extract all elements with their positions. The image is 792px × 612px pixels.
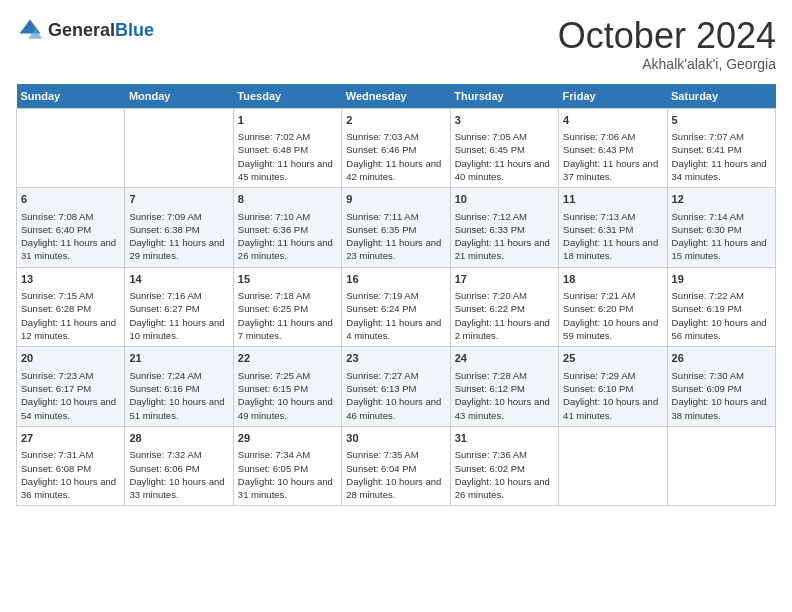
day-number: 17 [455, 272, 554, 287]
day-detail: Sunrise: 7:23 AM Sunset: 6:17 PM Dayligh… [21, 369, 120, 422]
day-number: 1 [238, 113, 337, 128]
day-number: 3 [455, 113, 554, 128]
calendar-cell: 27Sunrise: 7:31 AM Sunset: 6:08 PM Dayli… [17, 426, 125, 506]
day-number: 24 [455, 351, 554, 366]
calendar-cell: 17Sunrise: 7:20 AM Sunset: 6:22 PM Dayli… [450, 267, 558, 347]
day-detail: Sunrise: 7:05 AM Sunset: 6:45 PM Dayligh… [455, 130, 554, 183]
day-number: 7 [129, 192, 228, 207]
day-number: 21 [129, 351, 228, 366]
day-detail: Sunrise: 7:08 AM Sunset: 6:40 PM Dayligh… [21, 210, 120, 263]
calendar-cell: 14Sunrise: 7:16 AM Sunset: 6:27 PM Dayli… [125, 267, 233, 347]
calendar-cell: 10Sunrise: 7:12 AM Sunset: 6:33 PM Dayli… [450, 188, 558, 268]
calendar-cell: 18Sunrise: 7:21 AM Sunset: 6:20 PM Dayli… [559, 267, 667, 347]
column-header-sunday: Sunday [17, 84, 125, 109]
calendar-week-row: 6Sunrise: 7:08 AM Sunset: 6:40 PM Daylig… [17, 188, 776, 268]
day-number: 9 [346, 192, 445, 207]
day-number: 18 [563, 272, 662, 287]
day-number: 5 [672, 113, 771, 128]
day-number: 12 [672, 192, 771, 207]
calendar-cell: 13Sunrise: 7:15 AM Sunset: 6:28 PM Dayli… [17, 267, 125, 347]
calendar-cell: 26Sunrise: 7:30 AM Sunset: 6:09 PM Dayli… [667, 347, 775, 427]
calendar-cell: 24Sunrise: 7:28 AM Sunset: 6:12 PM Dayli… [450, 347, 558, 427]
column-header-tuesday: Tuesday [233, 84, 341, 109]
day-detail: Sunrise: 7:35 AM Sunset: 6:04 PM Dayligh… [346, 448, 445, 501]
calendar-cell: 19Sunrise: 7:22 AM Sunset: 6:19 PM Dayli… [667, 267, 775, 347]
day-detail: Sunrise: 7:24 AM Sunset: 6:16 PM Dayligh… [129, 369, 228, 422]
calendar-cell: 30Sunrise: 7:35 AM Sunset: 6:04 PM Dayli… [342, 426, 450, 506]
day-detail: Sunrise: 7:22 AM Sunset: 6:19 PM Dayligh… [672, 289, 771, 342]
calendar-cell: 8Sunrise: 7:10 AM Sunset: 6:36 PM Daylig… [233, 188, 341, 268]
column-header-monday: Monday [125, 84, 233, 109]
header-row: SundayMondayTuesdayWednesdayThursdayFrid… [17, 84, 776, 109]
day-detail: Sunrise: 7:32 AM Sunset: 6:06 PM Dayligh… [129, 448, 228, 501]
calendar-week-row: 27Sunrise: 7:31 AM Sunset: 6:08 PM Dayli… [17, 426, 776, 506]
day-detail: Sunrise: 7:21 AM Sunset: 6:20 PM Dayligh… [563, 289, 662, 342]
column-header-thursday: Thursday [450, 84, 558, 109]
day-detail: Sunrise: 7:34 AM Sunset: 6:05 PM Dayligh… [238, 448, 337, 501]
calendar-cell: 12Sunrise: 7:14 AM Sunset: 6:30 PM Dayli… [667, 188, 775, 268]
calendar-cell: 22Sunrise: 7:25 AM Sunset: 6:15 PM Dayli… [233, 347, 341, 427]
logo-text: GeneralBlue [48, 20, 154, 41]
calendar-cell: 25Sunrise: 7:29 AM Sunset: 6:10 PM Dayli… [559, 347, 667, 427]
day-detail: Sunrise: 7:31 AM Sunset: 6:08 PM Dayligh… [21, 448, 120, 501]
day-detail: Sunrise: 7:16 AM Sunset: 6:27 PM Dayligh… [129, 289, 228, 342]
day-detail: Sunrise: 7:19 AM Sunset: 6:24 PM Dayligh… [346, 289, 445, 342]
calendar-cell: 20Sunrise: 7:23 AM Sunset: 6:17 PM Dayli… [17, 347, 125, 427]
day-number: 29 [238, 431, 337, 446]
day-number: 22 [238, 351, 337, 366]
location: Akhalk'alak'i, Georgia [558, 56, 776, 72]
calendar-cell: 29Sunrise: 7:34 AM Sunset: 6:05 PM Dayli… [233, 426, 341, 506]
calendar-cell: 4Sunrise: 7:06 AM Sunset: 6:43 PM Daylig… [559, 108, 667, 188]
day-number: 19 [672, 272, 771, 287]
day-number: 30 [346, 431, 445, 446]
day-number: 14 [129, 272, 228, 287]
calendar-table: SundayMondayTuesdayWednesdayThursdayFrid… [16, 84, 776, 507]
day-number: 27 [21, 431, 120, 446]
calendar-cell: 2Sunrise: 7:03 AM Sunset: 6:46 PM Daylig… [342, 108, 450, 188]
calendar-cell [17, 108, 125, 188]
calendar-cell [559, 426, 667, 506]
day-number: 8 [238, 192, 337, 207]
day-detail: Sunrise: 7:07 AM Sunset: 6:41 PM Dayligh… [672, 130, 771, 183]
day-number: 20 [21, 351, 120, 366]
day-number: 31 [455, 431, 554, 446]
day-number: 6 [21, 192, 120, 207]
calendar-cell [667, 426, 775, 506]
day-number: 16 [346, 272, 445, 287]
calendar-cell: 23Sunrise: 7:27 AM Sunset: 6:13 PM Dayli… [342, 347, 450, 427]
calendar-cell: 5Sunrise: 7:07 AM Sunset: 6:41 PM Daylig… [667, 108, 775, 188]
calendar-week-row: 13Sunrise: 7:15 AM Sunset: 6:28 PM Dayli… [17, 267, 776, 347]
day-detail: Sunrise: 7:10 AM Sunset: 6:36 PM Dayligh… [238, 210, 337, 263]
day-number: 13 [21, 272, 120, 287]
calendar-cell: 15Sunrise: 7:18 AM Sunset: 6:25 PM Dayli… [233, 267, 341, 347]
day-detail: Sunrise: 7:20 AM Sunset: 6:22 PM Dayligh… [455, 289, 554, 342]
day-detail: Sunrise: 7:15 AM Sunset: 6:28 PM Dayligh… [21, 289, 120, 342]
day-number: 2 [346, 113, 445, 128]
day-number: 28 [129, 431, 228, 446]
calendar-week-row: 20Sunrise: 7:23 AM Sunset: 6:17 PM Dayli… [17, 347, 776, 427]
calendar-week-row: 1Sunrise: 7:02 AM Sunset: 6:48 PM Daylig… [17, 108, 776, 188]
day-number: 26 [672, 351, 771, 366]
day-detail: Sunrise: 7:02 AM Sunset: 6:48 PM Dayligh… [238, 130, 337, 183]
calendar-cell: 11Sunrise: 7:13 AM Sunset: 6:31 PM Dayli… [559, 188, 667, 268]
column-header-wednesday: Wednesday [342, 84, 450, 109]
page-header: GeneralBlue October 2024 Akhalk'alak'i, … [16, 16, 776, 72]
day-detail: Sunrise: 7:27 AM Sunset: 6:13 PM Dayligh… [346, 369, 445, 422]
column-header-friday: Friday [559, 84, 667, 109]
day-number: 23 [346, 351, 445, 366]
day-detail: Sunrise: 7:28 AM Sunset: 6:12 PM Dayligh… [455, 369, 554, 422]
calendar-cell: 3Sunrise: 7:05 AM Sunset: 6:45 PM Daylig… [450, 108, 558, 188]
calendar-cell: 21Sunrise: 7:24 AM Sunset: 6:16 PM Dayli… [125, 347, 233, 427]
calendar-cell: 28Sunrise: 7:32 AM Sunset: 6:06 PM Dayli… [125, 426, 233, 506]
day-detail: Sunrise: 7:30 AM Sunset: 6:09 PM Dayligh… [672, 369, 771, 422]
calendar-cell [125, 108, 233, 188]
month-title: October 2024 [558, 16, 776, 56]
calendar-cell: 9Sunrise: 7:11 AM Sunset: 6:35 PM Daylig… [342, 188, 450, 268]
calendar-cell: 6Sunrise: 7:08 AM Sunset: 6:40 PM Daylig… [17, 188, 125, 268]
day-number: 15 [238, 272, 337, 287]
day-detail: Sunrise: 7:12 AM Sunset: 6:33 PM Dayligh… [455, 210, 554, 263]
calendar-cell: 1Sunrise: 7:02 AM Sunset: 6:48 PM Daylig… [233, 108, 341, 188]
day-number: 4 [563, 113, 662, 128]
day-detail: Sunrise: 7:36 AM Sunset: 6:02 PM Dayligh… [455, 448, 554, 501]
day-detail: Sunrise: 7:29 AM Sunset: 6:10 PM Dayligh… [563, 369, 662, 422]
